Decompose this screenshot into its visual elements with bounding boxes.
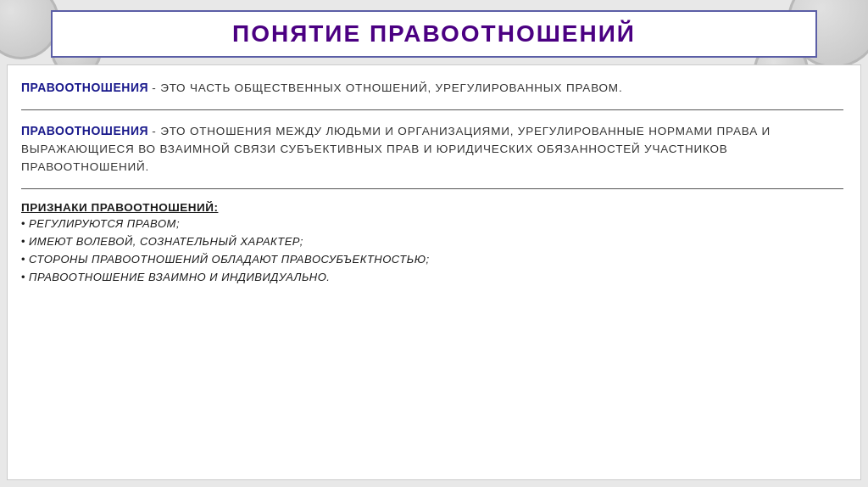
content-area: ПРАВООТНОШЕНИЯ - ЭТО ЧАСТЬ ОБЩЕСТВЕННЫХ … bbox=[7, 64, 861, 480]
signs-list: •РЕГУЛИРУЮТСЯ ПРАВОМ;•ИМЕЮТ ВОЛЕВОЙ, СОЗ… bbox=[21, 217, 843, 283]
definition-block-2: ПРАВООТНОШЕНИЯ - ЭТО ОТНОШЕНИЯ МЕЖДУ ЛЮД… bbox=[21, 122, 843, 176]
bullet-2: • bbox=[21, 235, 25, 248]
title-bar: ПОНЯТИЕ ПРАВООТНОШЕНИЙ bbox=[51, 10, 817, 58]
bullet-1: • bbox=[21, 217, 25, 230]
bullet-4: • bbox=[21, 271, 25, 283]
sign-item-2: •ИМЕЮТ ВОЛЕВОЙ, СОЗНАТЕЛЬНЫЙ ХАРАКТЕР; bbox=[21, 235, 843, 248]
signs-section: ПРИЗНАКИ ПРАВООТНОШЕНИЙ: •РЕГУЛИРУЮТСЯ П… bbox=[21, 201, 843, 283]
sign-item-1: •РЕГУЛИРУЮТСЯ ПРАВОМ; bbox=[21, 217, 843, 230]
separator-2: - bbox=[152, 125, 160, 137]
sign-item-4: •ПРАВООТНОШЕНИЕ ВЗАИМНО И ИНДИВИДУАЛЬНО. bbox=[21, 271, 843, 283]
separator-1: - bbox=[152, 81, 160, 94]
definition-block-1: ПРАВООТНОШЕНИЯ - ЭТО ЧАСТЬ ОБЩЕСТВЕННЫХ … bbox=[21, 79, 843, 98]
main-container: ПОНЯТИЕ ПРАВООТНОШЕНИЙ ПРАВООТНОШЕНИЯ - … bbox=[0, 0, 868, 487]
signs-header: ПРИЗНАКИ ПРАВООТНОШЕНИЙ: bbox=[21, 201, 843, 214]
term-1: ПРАВООТНОШЕНИЯ bbox=[21, 81, 148, 94]
definition-text-1: ЭТО ЧАСТЬ ОБЩЕСТВЕННЫХ ОТНОШЕНИЙ, УРЕГУЛ… bbox=[160, 81, 622, 94]
divider-1 bbox=[21, 109, 843, 110]
sign-item-3: •СТОРОНЫ ПРАВООТНОШЕНИЙ ОБЛАДАЮТ ПРАВОСУ… bbox=[21, 253, 843, 266]
term-2: ПРАВООТНОШЕНИЯ bbox=[21, 124, 148, 137]
divider-2 bbox=[21, 188, 843, 189]
page-title: ПОНЯТИЕ ПРАВООТНОШЕНИЙ bbox=[232, 20, 636, 47]
bullet-3: • bbox=[21, 253, 25, 266]
